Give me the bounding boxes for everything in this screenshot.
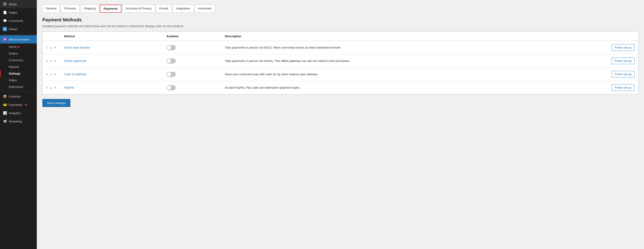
sort-down-btn-paypal[interactable]: ▼ (53, 86, 57, 89)
desc-cell-cash-on-delivery: Have your customers pay with cash (or by… (221, 68, 545, 81)
action-cell-paypal: Finish set up (545, 81, 638, 94)
settings-label: Settings (9, 72, 20, 75)
sidebar: 🖼 Media 📄 Pages 💬 Comments D Dokan W Woo… (0, 0, 37, 249)
marketing-icon: 📢 (3, 119, 7, 123)
desc-cell-direct-bank-transfer: Take payments in person via BACS. More c… (221, 41, 545, 54)
drag-handle-check-payments[interactable]: ≡ (46, 59, 48, 63)
finish-btn-direct-bank-transfer[interactable]: Finish set up (612, 44, 634, 51)
drag-handle-paypal[interactable]: ≡ (46, 86, 48, 90)
tab-payments[interactable]: Payments (100, 5, 121, 13)
sort-up-btn-direct-bank-transfer[interactable]: ▲ (50, 46, 53, 49)
toggle-cash-on-delivery[interactable] (166, 72, 176, 77)
method-link-cash-on-delivery[interactable]: Cash on delivery (64, 73, 86, 76)
table-row: ≡ ▲ ▼ PayPal Accept PayPal, Pay Later an… (42, 81, 638, 94)
method-link-paypal[interactable]: PayPal (64, 86, 74, 89)
sidebar-item-label: Pages (9, 11, 17, 14)
analytics-icon: 📊 (3, 111, 7, 115)
col-header-action (545, 32, 638, 41)
finish-btn-check-payments[interactable]: Finish set up (612, 58, 634, 64)
finish-btn-cash-on-delivery[interactable]: Finish set up (612, 71, 634, 78)
sidebar-sub-settings[interactable]: Settings (0, 70, 37, 77)
status-label: Status (9, 79, 17, 82)
home-label: Home (9, 45, 17, 49)
main-content: General Products Shipping Payments Accou… (37, 0, 644, 249)
sort-down-btn-cash-on-delivery[interactable]: ▼ (53, 73, 57, 76)
row-controls-cash-on-delivery: ≡ ▲ ▼ (42, 68, 60, 81)
sort-down-btn-direct-bank-transfer[interactable]: ▼ (53, 46, 57, 49)
method-cell-cash-on-delivery: Cash on delivery (60, 68, 163, 81)
action-cell-cash-on-delivery: Finish set up (545, 68, 638, 81)
finish-btn-paypal[interactable]: Finish set up (612, 84, 634, 91)
sidebar-item-payments[interactable]: 💳 Payments (0, 101, 37, 109)
toggle-direct-bank-transfer[interactable] (166, 45, 176, 50)
sidebar-item-woocommerce[interactable]: W WooCommerce (0, 35, 37, 44)
row-controls-check-payments: ≡ ▲ ▼ (42, 54, 60, 68)
sidebar-sub-home[interactable]: Home (0, 44, 37, 50)
method-link-check-payments[interactable]: Check payments (64, 59, 86, 63)
sidebar-item-media[interactable]: 🖼 Media (0, 0, 37, 8)
extensions-label: Extensions (9, 85, 24, 89)
save-changes-button[interactable]: Save changes (42, 99, 70, 107)
sidebar-item-pages[interactable]: 📄 Pages (0, 8, 37, 17)
tab-general[interactable]: General (42, 5, 60, 13)
sidebar-item-label: Comments (9, 19, 23, 23)
reports-label: Reports (9, 65, 19, 69)
payment-methods-table: Method Enabled Description ≡ ▲ ▼ Direct … (42, 32, 638, 94)
row-controls-paypal: ≡ ▲ ▼ (42, 81, 60, 94)
tab-shipping[interactable]: Shipping (80, 5, 99, 13)
products-label: Products (9, 95, 20, 98)
col-header-method: Method (60, 32, 163, 41)
sort-down-btn-check-payments[interactable]: ▼ (53, 59, 57, 63)
method-link-direct-bank-transfer[interactable]: Direct bank transfer (64, 46, 90, 49)
desc-cell-check-payments: Take payments in person via checks. This… (221, 54, 545, 68)
sidebar-item-analytics[interactable]: 📊 Analytics (0, 109, 37, 117)
sidebar-sub-reports[interactable]: Reports (0, 64, 37, 70)
toggle-paypal[interactable] (166, 85, 176, 90)
table-row: ≡ ▲ ▼ Check payments Take payments in pe… (42, 54, 638, 68)
tab-accounts-privacy[interactable]: Accounts & Privacy (122, 5, 155, 13)
desc-cell-paypal: Accept PayPal, Pay Later and alternative… (221, 81, 545, 94)
comments-icon: 💬 (3, 19, 7, 23)
sidebar-item-label: Media (9, 3, 17, 6)
sidebar-item-label: Dokan (9, 27, 18, 31)
sort-up-btn-check-payments[interactable]: ▲ (50, 59, 53, 63)
woocommerce-icon: W (3, 37, 7, 42)
row-controls-direct-bank-transfer: ≡ ▲ ▼ (42, 41, 60, 54)
sidebar-divider-2 (0, 91, 37, 91)
col-header-description: Description (221, 32, 545, 41)
drag-handle-direct-bank-transfer[interactable]: ≡ (46, 46, 48, 50)
col-header-enabled: Enabled (163, 32, 221, 41)
page-title: Payment Methods (42, 17, 638, 23)
woocommerce-label: WooCommerce (9, 38, 30, 41)
sidebar-item-comments[interactable]: 💬 Comments (0, 17, 37, 25)
sidebar-item-dokan[interactable]: D Dokan (0, 25, 37, 33)
sidebar-sub-status[interactable]: Status (0, 77, 37, 84)
payments-label: Payments (9, 103, 22, 107)
enabled-cell-paypal (163, 81, 221, 94)
payments-badge (25, 104, 27, 106)
method-cell-check-payments: Check payments (60, 54, 163, 68)
drag-handle-cash-on-delivery[interactable]: ≡ (46, 73, 48, 76)
toggle-check-payments[interactable] (166, 59, 176, 64)
page-subtitle: Installed payment methods are listed bel… (42, 24, 638, 28)
tabs-container: General Products Shipping Payments Accou… (42, 5, 638, 13)
tab-advanced[interactable]: Advanced (194, 5, 215, 13)
tab-emails[interactable]: Emails (156, 5, 172, 13)
orders-label: Orders (9, 52, 18, 55)
tab-integration[interactable]: Integration (173, 5, 194, 13)
sidebar-sub-customers[interactable]: Customers (0, 57, 37, 64)
sidebar-sub-orders[interactable]: Orders (0, 50, 37, 57)
home-badge (18, 46, 20, 48)
table-row: ≡ ▲ ▼ Direct bank transfer Take payments… (42, 41, 638, 54)
sidebar-item-products[interactable]: 📦 Products (0, 92, 37, 101)
enabled-cell-check-payments (163, 54, 221, 68)
tab-products[interactable]: Products (61, 5, 79, 13)
marketing-label: Marketing (9, 120, 22, 123)
sidebar-item-marketing[interactable]: 📢 Marketing (0, 117, 37, 125)
page-section: Payment Methods Installed payment method… (42, 17, 638, 107)
action-cell-direct-bank-transfer: Finish set up (545, 41, 638, 54)
sort-up-btn-cash-on-delivery[interactable]: ▲ (50, 73, 53, 76)
enabled-cell-direct-bank-transfer (163, 41, 221, 54)
sort-up-btn-paypal[interactable]: ▲ (50, 86, 53, 89)
sidebar-sub-extensions[interactable]: Extensions (0, 84, 37, 90)
